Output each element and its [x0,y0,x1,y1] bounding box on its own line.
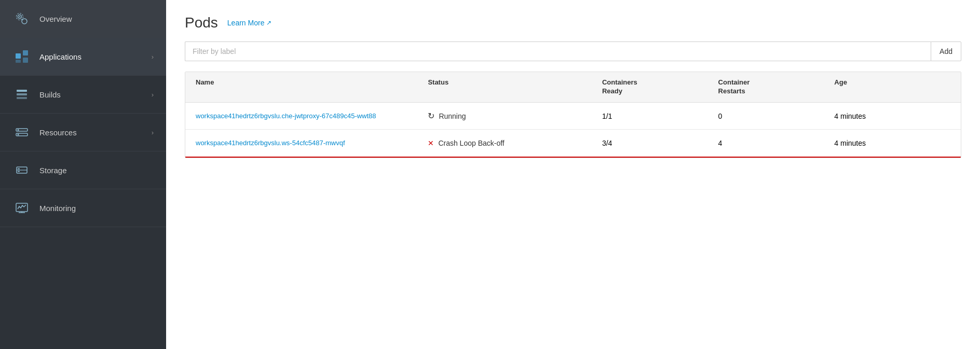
svg-rect-18 [18,169,20,170]
sidebar-item-applications[interactable]: Applications › [0,38,166,76]
pod-containers-ready-error: 3/4 [602,139,718,147]
svg-point-14 [18,129,19,131]
svg-rect-10 [17,93,27,95]
pod-name-cell: workspace41hedrtz6rbgvslu.che-jwtproxy-6… [196,111,428,121]
col-header-containers-ready: ContainersReady [602,78,718,96]
col-header-age: Age [834,78,950,96]
svg-rect-5 [16,53,21,59]
learn-more-link[interactable]: Learn More ↗ [227,19,272,27]
svg-point-15 [18,134,19,135]
sidebar-item-label-monitoring: Monitoring [39,204,76,213]
pod-status-cell-error: ✕ Crash Loop Back-off [428,139,602,147]
learn-more-label: Learn More [227,19,265,27]
page-title: Pods [185,15,218,31]
col-header-container-restarts: ContainerRestarts [718,78,835,96]
table-row: workspace41hedrtz6rbgvslu.ws-54cfc5487-m… [185,130,961,158]
sidebar: Overview Applications › Builds › [0,0,166,349]
svg-rect-6 [23,50,28,55]
svg-rect-7 [23,58,28,63]
error-icon: ✕ [428,139,434,147]
sidebar-item-builds[interactable]: Builds › [0,76,166,114]
pod-status-cell: ↻ Running [428,111,602,121]
pod-status-label-error: Crash Loop Back-off [438,139,504,147]
svg-point-1 [19,16,20,17]
filter-input[interactable] [185,41,931,61]
col-header-name: Name [196,78,428,96]
pod-name-link[interactable]: workspace41hedrtz6rbgvslu.che-jwtproxy-6… [196,112,376,120]
pod-containers-ready: 1/1 [602,112,718,120]
sidebar-item-resources[interactable]: Resources › [0,114,166,151]
table-header: Name Status ContainersReady ContainerRes… [185,72,961,103]
svg-rect-9 [17,90,27,92]
running-icon: ↻ [428,111,434,121]
pod-name-link-error[interactable]: workspace41hedrtz6rbgvslu.ws-54cfc5487-m… [196,139,345,147]
sidebar-item-storage[interactable]: Storage [0,151,166,189]
page-header: Pods Learn More ↗ [166,0,980,41]
builds-icon [12,85,31,104]
svg-rect-8 [16,60,21,63]
pod-container-restarts: 0 [718,112,835,120]
sidebar-item-monitoring[interactable]: Monitoring [0,189,166,227]
svg-rect-20 [16,203,28,212]
filter-bar: Add [166,41,980,72]
col-header-status: Status [428,78,602,96]
overview-icon [12,9,31,28]
external-link-icon: ↗ [266,19,271,26]
applications-chevron-icon: › [152,53,154,61]
applications-icon [12,47,31,66]
pods-table: Name Status ContainersReady ContainerRes… [185,72,961,158]
pod-name-cell: workspace41hedrtz6rbgvslu.ws-54cfc5487-m… [196,138,428,148]
sidebar-item-label-applications: Applications [39,52,81,61]
resources-chevron-icon: › [152,129,154,136]
builds-chevron-icon: › [152,91,154,99]
storage-icon [12,161,31,179]
resources-icon [12,123,31,142]
monitoring-icon [12,199,31,217]
sidebar-item-label-resources: Resources [39,128,77,137]
table-row: workspace41hedrtz6rbgvslu.che-jwtproxy-6… [185,103,961,130]
main-content: Pods Learn More ↗ Add Name Status Contai… [166,0,980,349]
sidebar-item-label-builds: Builds [39,90,61,99]
pod-container-restarts-error: 4 [718,139,835,147]
pod-age: 4 minutes [834,112,950,120]
sidebar-item-label-overview: Overview [39,15,72,23]
sidebar-item-overview[interactable]: Overview [0,0,166,38]
svg-rect-19 [18,171,20,172]
sidebar-item-label-storage: Storage [39,166,67,175]
svg-rect-11 [17,97,27,99]
pod-age-error: 4 minutes [834,139,950,147]
pod-status-label: Running [439,112,466,120]
add-button[interactable]: Add [931,41,961,61]
